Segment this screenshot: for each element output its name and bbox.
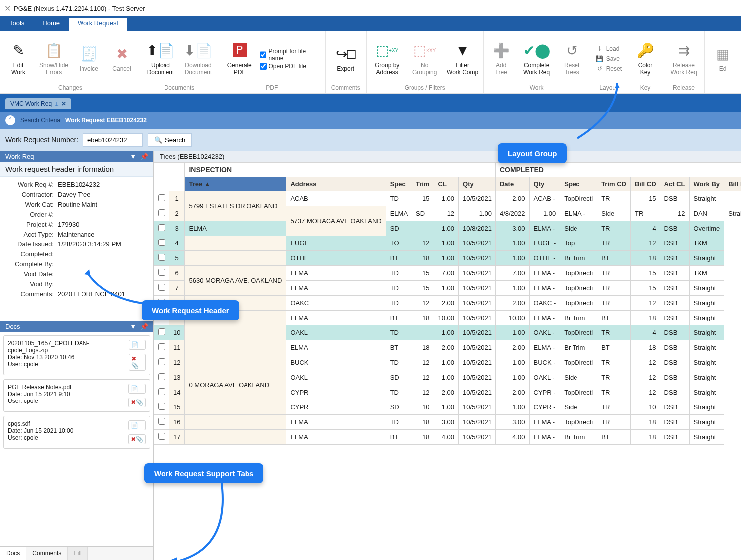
add-tree-button[interactable]: ➕Add Tree	[487, 40, 516, 78]
cell-workby: DAN	[689, 206, 724, 221]
row-checkbox[interactable]	[154, 221, 169, 236]
table-row[interactable]: 10 OAKL TD 1.00 10/5/2021 1.00 OAKL - To…	[154, 325, 741, 340]
col-tree[interactable]: Tree ▲	[185, 177, 286, 191]
col-cl[interactable]: CL	[434, 177, 459, 191]
side-tab-comments[interactable]: Comments	[26, 547, 68, 560]
cell-date: 10/8/2021	[459, 221, 496, 236]
menu-work-request[interactable]: Work Request	[69, 18, 127, 31]
row-checkbox[interactable]	[154, 251, 169, 266]
menu-tools[interactable]: Tools	[0, 16, 33, 31]
grid-tab[interactable]: Trees (EBEB1024232)	[154, 151, 741, 162]
layout-load-button[interactable]: ⭳Load	[593, 44, 624, 53]
row-checkbox[interactable]	[154, 430, 169, 445]
table-row[interactable]: 13 0 MORAGA AVE OAKLAND OAKL SD 12 1.00 …	[154, 370, 741, 385]
prompt-filename-checkbox[interactable]: Prompt for file name	[260, 48, 322, 62]
col-qty2[interactable]: Qty	[529, 177, 560, 191]
doc-open-icon[interactable]: 📄	[128, 420, 146, 430]
table-row[interactable]: 11 ELMA BT 18 2.00 10/5/2021 2.00 ELMA -…	[154, 340, 741, 355]
complete-work-req-button[interactable]: ✔⬤Complete Work Req	[519, 40, 554, 78]
col-trimcd[interactable]: Trim CD	[597, 177, 631, 191]
cell-qty2: 1.00	[529, 206, 560, 221]
kv-value: Davey Tree	[58, 191, 147, 198]
table-row[interactable]: 6 5630 MORAGA AVE. OAKLAND ELMA TD 15 7.…	[154, 266, 741, 281]
panel-menu-icon[interactable]: ▼	[130, 153, 136, 160]
table-row[interactable]: 12 BUCK TD 12 1.00 10/5/2021 1.00 BUCK -…	[154, 355, 741, 370]
search-button[interactable]: 🔍Search	[148, 133, 192, 147]
invoice-button[interactable]: 🧾Invoice	[74, 43, 104, 74]
table-row[interactable]: 3 ELMA SD 1.00 10/8/2021 3.00 ELMA - Sid…	[154, 221, 741, 236]
cancel-button[interactable]: ✖Cancel	[107, 43, 137, 74]
row-checkbox[interactable]	[154, 415, 169, 430]
close-icon[interactable]: ✕	[61, 100, 66, 107]
panel-menu-icon[interactable]: ▼	[130, 323, 136, 330]
row-checkbox[interactable]	[154, 340, 169, 355]
cell-trim: BT	[386, 251, 412, 266]
cell-trimcd: Side	[597, 206, 631, 221]
edit-work-button[interactable]: ✎Edit Work	[3, 40, 33, 78]
cell-spec: BUCK	[286, 355, 386, 370]
col-qty[interactable]: Qty	[459, 177, 496, 191]
table-row[interactable]: 9 ELMA BT 18 10.00 10/5/2021 10.00 ELMA …	[154, 311, 741, 325]
upload-document-button[interactable]: ⬆📄Upload Document	[143, 40, 178, 78]
download-document-button[interactable]: ⬇📄Download Document	[181, 40, 216, 78]
doc-item[interactable]: PGE Release Notes.pdfDate: Jun 15 2021 9…	[3, 379, 150, 412]
table-row[interactable]: 15 CYPR SD 10 1.00 10/5/2021 1.00 CYPR -…	[154, 400, 741, 415]
row-checkbox[interactable]	[154, 206, 169, 221]
table-row[interactable]: 8 OAKC TD 12 2.00 10/5/2021 2.00 OAKC - …	[154, 296, 741, 311]
show-hide-errors-button[interactable]: 📋Show/Hide Errors	[36, 40, 71, 78]
row-checkbox[interactable]	[154, 385, 169, 400]
layout-save-button[interactable]: 💾Save	[593, 54, 624, 63]
ed-button[interactable]: ▦Ed	[708, 43, 738, 74]
doc-tab-vmc-work-req[interactable]: VMC Work Req ⟂ ✕	[5, 98, 71, 109]
doc-item[interactable]: 20201105_1657_CPOLEDAN-cpole_Logs.zipDat…	[3, 335, 150, 375]
filter-work-comp-button[interactable]: ▼Filter Work Comp	[445, 40, 480, 78]
color-key-button[interactable]: 🔑Color Key	[630, 40, 660, 78]
col-spec[interactable]: Spec	[386, 177, 412, 191]
col-trim[interactable]: Trim	[412, 177, 434, 191]
row-checkbox[interactable]	[154, 355, 169, 370]
doc-open-icon[interactable]: 📄	[128, 384, 146, 394]
row-checkbox[interactable]	[154, 236, 169, 251]
layout-reset-button[interactable]: ↺Reset	[593, 64, 624, 73]
doc-delete-icon[interactable]: ✖📎	[129, 354, 146, 371]
cell-billrate: Straight	[689, 281, 724, 296]
collapse-toggle[interactable]: ˄	[5, 115, 15, 125]
doc-open-icon[interactable]: 📄	[129, 340, 146, 350]
col-spec2[interactable]: Spec	[560, 177, 597, 191]
panel-pin-icon[interactable]: 📌	[140, 153, 148, 160]
side-tab-fill[interactable]: Fill	[68, 547, 87, 560]
group-by-address-button[interactable]: ⬚+XYGroup by Address	[370, 40, 405, 78]
export-button[interactable]: ↪□Export	[329, 43, 363, 74]
row-checkbox[interactable]	[154, 191, 169, 206]
row-checkbox[interactable]	[154, 325, 169, 340]
table-row[interactable]: 5 OTHE BT 18 1.00 10/5/2021 1.00 OTHE - …	[154, 251, 741, 266]
cell-date: 10/5/2021	[459, 400, 496, 415]
table-row[interactable]: 4 EUGE TO 12 1.00 10/5/2021 1.00 EUGE - …	[154, 236, 741, 251]
release-work-req-button[interactable]: ⇉Release Work Req	[666, 40, 701, 78]
cell-address	[185, 236, 286, 251]
menu-home[interactable]: Home	[33, 16, 69, 31]
doc-item[interactable]: cpqs.sdfDate: Jun 15 2021 10:00User: cpo…	[3, 416, 150, 449]
open-pdf-checkbox[interactable]: Open PDF file	[260, 63, 322, 70]
no-grouping-button[interactable]: ⬚×XYNo Grouping	[408, 40, 442, 78]
table-row[interactable]: 17 ELMA BT 18 4.00 10/5/2021 4.00 ELMA -…	[154, 430, 741, 445]
table-row[interactable]: 1 5799 ESTATES DR OAKLAND ACAB TD 15 1.0…	[154, 191, 741, 206]
row-checkbox[interactable]	[154, 400, 169, 415]
side-tab-docs[interactable]: Docs	[0, 547, 26, 560]
col-workby[interactable]: Work By	[689, 177, 724, 191]
col-billcd[interactable]: Bill CD	[630, 177, 660, 191]
doc-delete-icon[interactable]: ✖📎	[128, 434, 146, 444]
panel-pin-icon[interactable]: 📌	[140, 323, 148, 330]
pin-icon[interactable]: ⟂	[55, 100, 58, 107]
reset-trees-button[interactable]: ↺Reset Trees	[557, 40, 587, 78]
col-billrate[interactable]: Bill Rate	[724, 177, 741, 191]
row-checkbox[interactable]	[154, 370, 169, 385]
doc-delete-icon[interactable]: ✖📎	[128, 398, 146, 407]
wr-number-input[interactable]	[83, 133, 143, 147]
generate-pdf-button[interactable]: 🅿Generate PDF	[222, 40, 257, 78]
kv-row: Contractor:Davey Tree	[6, 191, 147, 198]
col-address[interactable]: Address	[286, 177, 386, 191]
table-row[interactable]: 16 ELMA TD 18 3.00 10/5/2021 3.00 ELMA -…	[154, 415, 741, 430]
col-actcl[interactable]: Act CL	[660, 177, 689, 191]
col-date[interactable]: Date	[495, 177, 529, 191]
